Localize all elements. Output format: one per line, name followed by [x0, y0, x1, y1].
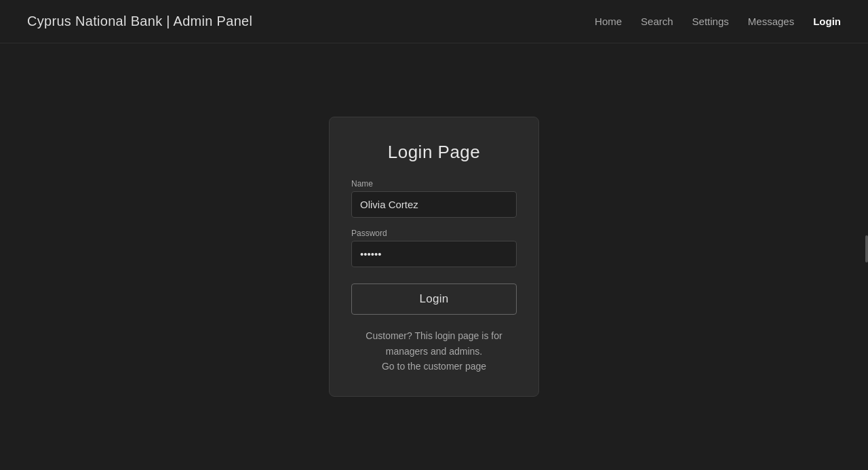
login-button[interactable]: Login [351, 283, 517, 315]
customer-note-line2: managers and admins. [386, 346, 482, 357]
password-label: Password [351, 229, 517, 238]
password-input-group: Password [351, 229, 517, 267]
customer-note-line1: Customer? This login page is for [366, 330, 502, 341]
scrollbar [865, 235, 868, 262]
nav-bar: Home Search Settings Messages Login [595, 16, 841, 27]
login-title: Login Page [351, 142, 517, 163]
customer-page-link[interactable]: Go to the customer page [351, 359, 517, 374]
login-card: Login Page Name Password Login Customer?… [329, 117, 539, 396]
name-input[interactable] [351, 191, 517, 218]
name-input-group: Name [351, 179, 517, 218]
nav-settings[interactable]: Settings [692, 16, 729, 27]
nav-search[interactable]: Search [641, 16, 673, 27]
name-label: Name [351, 179, 517, 189]
nav-login[interactable]: Login [813, 16, 841, 27]
nav-home[interactable]: Home [595, 16, 622, 27]
nav-messages[interactable]: Messages [748, 16, 794, 27]
password-input[interactable] [351, 241, 517, 267]
brand-title: Cyprus National Bank | Admin Panel [27, 14, 252, 29]
customer-note: Customer? This login page is for manager… [351, 328, 517, 374]
